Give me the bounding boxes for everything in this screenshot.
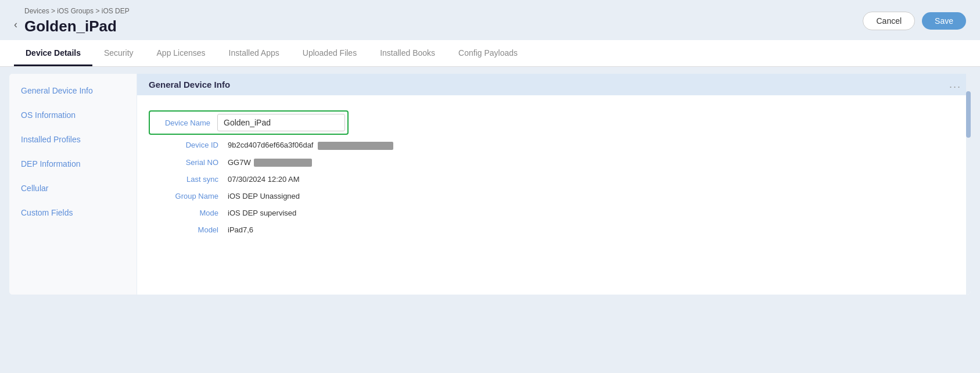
right-content: General Device Info Device Name Device I…	[137, 74, 971, 295]
device-name-row: Device Name	[149, 110, 959, 135]
sidebar-item-installed-profiles[interactable]: Installed Profiles	[9, 127, 137, 152]
main-content: Device Details Security App Licenses Ins…	[0, 40, 980, 302]
scrollbar-track[interactable]	[966, 74, 971, 295]
sidebar-item-cellular[interactable]: Cellular	[9, 176, 137, 200]
sidebar-item-os-information[interactable]: OS Information	[9, 103, 137, 127]
section-header: General Device Info	[137, 74, 971, 95]
device-name-label: Device Name	[152, 115, 210, 131]
breadcrumb-section: ‹ Devices > iOS Groups > iOS DEP Golden_…	[14, 7, 130, 35]
tab-installed-books[interactable]: Installed Books	[368, 40, 447, 66]
fields-container: Device Name Device ID 9b2cd407d6ef66a3f0…	[137, 95, 971, 252]
serial-no-redacted	[254, 159, 312, 167]
mode-label: Mode	[149, 209, 218, 217]
device-id-redacted	[318, 142, 393, 150]
model-row: Model iPad7,6	[149, 225, 959, 234]
tab-uploaded-files[interactable]: Uploaded Files	[291, 40, 368, 66]
last-sync-label: Last sync	[149, 175, 218, 184]
top-actions: Cancel Save	[863, 12, 966, 30]
device-name-wrapper: Device Name	[149, 110, 349, 135]
tabs-bar: Device Details Security App Licenses Ins…	[0, 40, 980, 67]
tab-installed-apps[interactable]: Installed Apps	[217, 40, 291, 66]
group-name-row: Group Name iOS DEP Unassigned	[149, 192, 959, 200]
tab-config-payloads[interactable]: Config Payloads	[447, 40, 529, 66]
device-id-row: Device ID 9b2cd407d6ef66a3f06daf	[149, 141, 959, 150]
serial-no-value: GG7W	[228, 158, 312, 167]
mode-row: Mode iOS DEP supervised	[149, 209, 959, 217]
last-sync-row: Last sync 07/30/2024 12:20 AM	[149, 175, 959, 184]
model-value: iPad7,6	[228, 225, 253, 234]
group-name-value: iOS DEP Unassigned	[228, 192, 300, 200]
title-section: Devices > iOS Groups > iOS DEP Golden_iP…	[24, 7, 130, 35]
sidebar-item-general-device-info[interactable]: General Device Info	[9, 78, 137, 103]
left-sidebar: General Device Info OS Information Insta…	[9, 74, 137, 295]
content-area: ··· General Device Info OS Information I…	[0, 67, 980, 302]
sidebar-item-dep-information[interactable]: DEP Information	[9, 152, 137, 176]
tab-security[interactable]: Security	[92, 40, 145, 66]
group-name-label: Group Name	[149, 192, 218, 200]
mode-value: iOS DEP supervised	[228, 209, 296, 217]
last-sync-value: 07/30/2024 12:20 AM	[228, 175, 300, 184]
device-id-label: Device ID	[149, 141, 218, 149]
scrollbar-thumb[interactable]	[966, 91, 971, 138]
page-title: Golden_iPad	[24, 17, 130, 35]
device-name-input[interactable]	[217, 114, 345, 131]
sidebar-item-custom-fields[interactable]: Custom Fields	[9, 200, 137, 225]
content-panel: ··· General Device Info OS Information I…	[9, 74, 971, 295]
panel-layout: General Device Info OS Information Insta…	[9, 74, 971, 295]
serial-no-row: Serial NO GG7W	[149, 158, 959, 167]
cancel-button[interactable]: Cancel	[863, 12, 915, 30]
model-label: Model	[149, 225, 218, 234]
tab-app-licenses[interactable]: App Licenses	[145, 40, 217, 66]
breadcrumb: Devices > iOS Groups > iOS DEP	[24, 7, 130, 15]
device-id-value: 9b2cd407d6ef66a3f06daf	[228, 141, 393, 150]
top-bar: ‹ Devices > iOS Groups > iOS DEP Golden_…	[0, 0, 980, 40]
more-options-button[interactable]: ···	[949, 81, 961, 93]
tab-device-details[interactable]: Device Details	[14, 40, 92, 66]
save-button[interactable]: Save	[922, 12, 966, 30]
serial-no-label: Serial NO	[149, 158, 218, 167]
back-button[interactable]: ‹	[14, 19, 17, 31]
